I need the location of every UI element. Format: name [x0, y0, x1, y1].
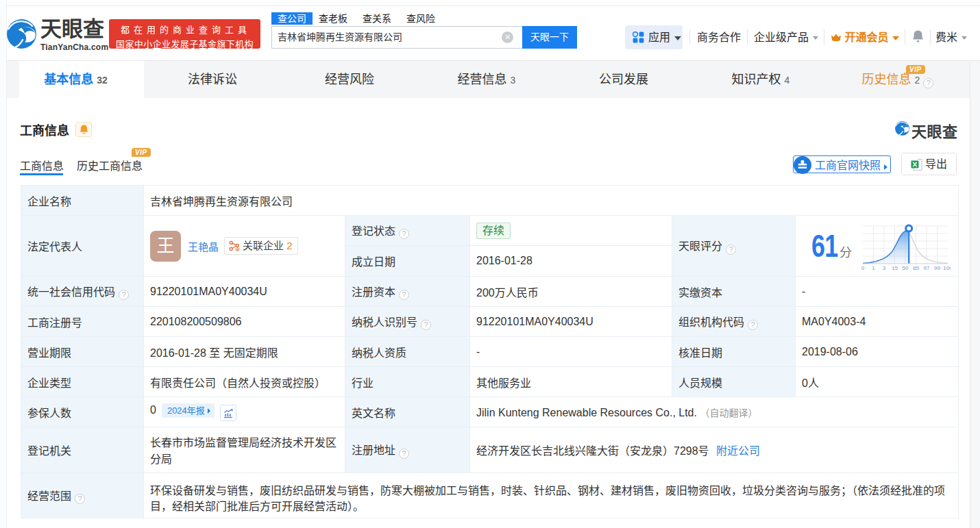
svg-text:50: 50 [903, 265, 909, 271]
svg-text:3: 3 [883, 265, 886, 271]
svg-text:企: 企 [234, 247, 240, 252]
svg-text:100: 100 [943, 265, 951, 271]
svg-text:0: 0 [861, 265, 865, 271]
svg-text:1: 1 [872, 265, 875, 271]
svg-text:97: 97 [924, 265, 930, 271]
svg-text:85: 85 [913, 265, 919, 271]
svg-text:99: 99 [934, 265, 940, 271]
svg-text:15: 15 [892, 265, 898, 271]
